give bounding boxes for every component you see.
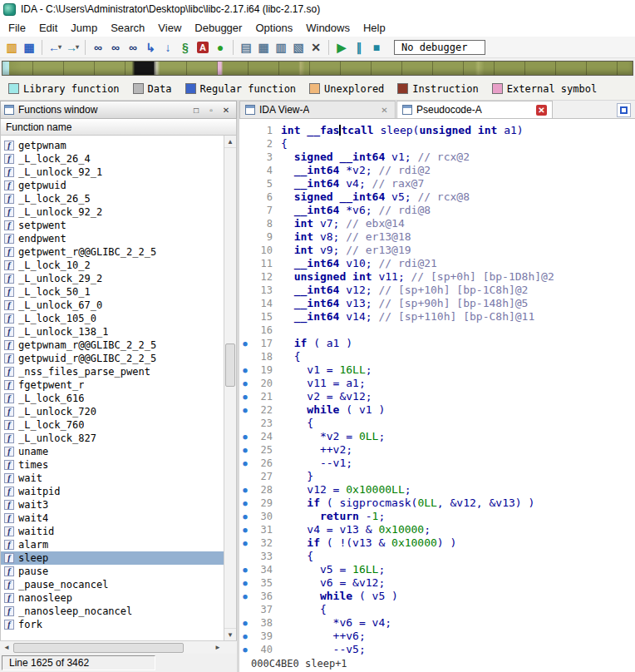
code-line[interactable]: ●38 *v6 = v4; [239, 616, 635, 630]
function-list-item[interactable]: f_L_unlock_67_0 [1, 299, 236, 312]
menu-windows[interactable]: Windows [299, 20, 357, 36]
code-line[interactable]: 12 unsigned int v11; // [sp+0h] [bp-1D8h… [239, 270, 635, 284]
function-list-item[interactable]: fpause [1, 565, 236, 578]
horizontal-scrollbar[interactable]: ◄ ► [0, 640, 237, 654]
structures-icon[interactable]: ▦ [255, 39, 272, 56]
search-binoculars-icon[interactable]: ∞ [90, 39, 106, 56]
code-line[interactable]: 6 signed __int64 v5; // rcx@8 [239, 190, 635, 204]
ok-icon[interactable]: ● [212, 39, 229, 56]
script-icon[interactable]: § [177, 39, 194, 56]
function-list-item[interactable]: f_nss_files_parse_pwent [1, 365, 236, 378]
code-line[interactable]: 27 } [239, 470, 635, 483]
function-list-item[interactable]: f_L_lock_26_5 [1, 192, 236, 205]
start-process-icon[interactable]: ▶ [333, 39, 350, 56]
function-list-item[interactable]: fwait3 [1, 498, 236, 511]
function-list-item[interactable]: fsetpwent [1, 219, 236, 232]
menu-view[interactable]: View [151, 20, 188, 36]
function-list-item[interactable]: fgetpwnam_r@@GLIBC_2_2_5 [1, 338, 236, 352]
function-list-item[interactable]: f_L_lock_760 [1, 418, 236, 432]
down-arrow-icon[interactable]: ↓ [160, 39, 176, 56]
jump-address-icon[interactable]: ↳ [142, 39, 159, 56]
code-line[interactable]: ●24 *v2 = 0LL; [239, 430, 635, 443]
code-line[interactable]: ●25 ++v2; [239, 443, 635, 457]
code-line[interactable]: ●21 v2 = &v12; [239, 390, 635, 403]
code-line[interactable]: 5 __int64 v4; // rax@7 [239, 177, 635, 190]
horizontal-scroll-thumb[interactable] [13, 643, 184, 653]
enums-icon[interactable]: ▥ [273, 39, 289, 56]
tab-ida-view-a[interactable]: IDA View-A ✕ [239, 101, 396, 118]
segments-icon[interactable]: ▧ [290, 39, 307, 56]
code-line[interactable]: 8 int v7; // ebx@14 [239, 217, 635, 230]
function-list-item[interactable]: f_L_unlock_720 [1, 405, 236, 418]
strings-icon[interactable]: A [194, 39, 211, 56]
function-list-item[interactable]: f_L_unlock_92_2 [1, 205, 236, 219]
search-text-icon[interactable]: ∞ [125, 39, 141, 56]
function-list-item[interactable]: fwait4 [1, 511, 236, 525]
code-line[interactable]: ●22 while ( v1 ) [239, 403, 635, 417]
function-list-item[interactable]: fgetpwuid_r@@GLIBC_2_2_5 [1, 352, 236, 365]
code-line[interactable]: ●20 v11 = a1; [239, 377, 635, 390]
function-list-item[interactable]: fwaitid [1, 525, 236, 538]
function-list-item[interactable]: f_L_unlock_92_1 [1, 166, 236, 179]
code-line[interactable]: ●17 if ( a1 ) [239, 337, 635, 350]
code-line[interactable]: ●26 --v1; [239, 457, 635, 470]
code-line[interactable]: ●28 v12 = 0x10000LL; [239, 483, 635, 497]
code-line[interactable]: 4 __int64 *v2; // rdi@2 [239, 164, 635, 177]
function-list-item[interactable]: f_L_lock_105_0 [1, 312, 236, 325]
close-button[interactable]: ✕ [219, 103, 233, 116]
function-name-column-header[interactable]: Function name [0, 119, 237, 136]
back-icon[interactable]: ←▾ [47, 39, 63, 56]
float-button[interactable]: ▫ [204, 103, 218, 116]
code-line[interactable]: 9 int v8; // er13@18 [239, 230, 635, 244]
function-list-item[interactable]: f_L_unlock_138_1 [1, 325, 236, 338]
function-list-item[interactable]: falarm [1, 538, 236, 551]
menu-jump[interactable]: Jump [64, 20, 104, 36]
function-list-item[interactable]: f_L_unlock_29_2 [1, 272, 236, 285]
forward-icon[interactable]: →▾ [64, 39, 81, 56]
code-line[interactable]: ●30 return -1; [239, 510, 635, 523]
vertical-scrollbar[interactable]: ▲ ▼ [224, 136, 236, 640]
vertical-scroll-thumb[interactable] [225, 343, 235, 387]
code-line[interactable]: ●32 if ( !(v13 & 0x10000) ) [239, 536, 635, 550]
code-line[interactable]: 16 [239, 324, 635, 337]
code-line[interactable]: 1int __fastcall sleep(unsigned int a1) [239, 124, 635, 137]
scroll-up-arrow[interactable]: ▲ [224, 136, 236, 148]
tab-close-icon[interactable]: ✕ [379, 105, 390, 116]
code-line[interactable]: ●35 v6 = &v12; [239, 576, 635, 590]
code-line[interactable]: 11 __int64 v10; // rdi@21 [239, 257, 635, 270]
code-line[interactable]: ●39 ++v6; [239, 630, 635, 643]
stop-process-icon[interactable]: ■ [368, 39, 385, 56]
function-list-item[interactable]: funame [1, 445, 236, 458]
function-list-item[interactable]: fwait [1, 472, 236, 485]
code-line[interactable]: 10 int v9; // er13@19 [239, 244, 635, 257]
navigation-band[interactable] [2, 61, 633, 76]
function-list-item[interactable]: fgetpwuid [1, 179, 236, 192]
function-list-item[interactable]: f_L_lock_50_1 [1, 285, 236, 299]
hex-view-icon[interactable]: ▤ [238, 39, 254, 56]
function-list-item[interactable]: ffgetpwent_r [1, 378, 236, 392]
code-line[interactable]: 14 __int64 v13; // [sp+90h] [bp-148h]@5 [239, 297, 635, 310]
function-list-item[interactable]: f_L_lock_26_4 [1, 152, 236, 166]
function-list-item[interactable]: fnanosleep [1, 591, 236, 605]
function-list-item[interactable]: fendpwent [1, 232, 236, 245]
open-file-icon[interactable]: ▥ [3, 39, 20, 56]
search-again-icon[interactable]: ∞ [107, 39, 124, 56]
menu-debugger[interactable]: Debugger [188, 20, 249, 36]
code-line[interactable]: ●19 v1 = 16LL; [239, 363, 635, 377]
pause-process-icon[interactable]: ∥ [351, 39, 367, 56]
maximize-button[interactable]: □ [190, 103, 203, 116]
function-list-item[interactable]: f_nanosleep_nocancel [1, 605, 236, 618]
tab-close-icon-red[interactable]: ✕ [536, 105, 547, 116]
code-line[interactable]: 23 { [239, 417, 635, 430]
function-list-item[interactable]: fwaitpid [1, 485, 236, 498]
function-list-item[interactable]: fgetpwnam [1, 139, 236, 152]
function-list-item[interactable]: f_L_unlock_827 [1, 432, 236, 445]
menu-edit[interactable]: Edit [32, 20, 64, 36]
scroll-right-arrow[interactable]: ► [211, 641, 224, 654]
function-list-item[interactable]: f_L_lock_616 [1, 392, 236, 405]
code-line[interactable]: 15 __int64 v14; // [sp+110h] [bp-C8h]@11 [239, 310, 635, 324]
code-line[interactable]: 18 { [239, 350, 635, 363]
code-line[interactable]: ●31 v4 = v13 & 0x10000; [239, 523, 635, 536]
scroll-left-arrow[interactable]: ◄ [0, 641, 13, 654]
menu-options[interactable]: Options [249, 20, 299, 36]
